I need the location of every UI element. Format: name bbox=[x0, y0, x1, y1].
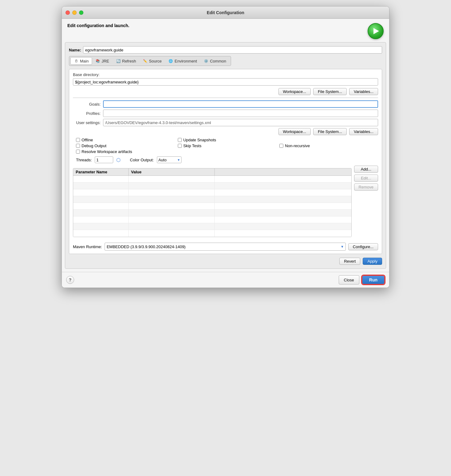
table-cell-name-7 bbox=[73, 223, 129, 230]
run-icon-button[interactable] bbox=[368, 23, 384, 39]
tab-refresh[interactable]: 🔄 Refresh bbox=[113, 57, 140, 65]
threads-row: Threads: ⬡ Color Output: Auto Off On ▼ bbox=[76, 156, 378, 163]
checkbox-update-snapshots-label: Update Snapshots bbox=[183, 138, 216, 142]
source-tab-icon: ✏️ bbox=[143, 58, 148, 63]
tab-refresh-label: Refresh bbox=[122, 59, 136, 63]
base-directory-input[interactable] bbox=[73, 78, 378, 86]
apply-button[interactable]: Apply bbox=[363, 258, 382, 265]
name-row: Name: bbox=[69, 46, 382, 54]
profiles-row: Profiles: bbox=[73, 110, 378, 117]
add-button[interactable]: Add... bbox=[354, 166, 378, 173]
variables-btn-2[interactable]: Variables... bbox=[349, 128, 378, 135]
tab-environment[interactable]: 🌐 Environment bbox=[165, 57, 200, 65]
content-area: Base directory: Workspace... File System… bbox=[69, 69, 382, 254]
maven-runtime-select-wrap: EMBEDDED (3.9.9/3.9.900.20240824-1409) ▼ bbox=[105, 243, 346, 251]
configure-button[interactable]: Configure... bbox=[348, 243, 378, 250]
checkbox-non-recursive-label: Non-recursive bbox=[285, 143, 310, 148]
tabs-row: 🗒 Main 📚 JRE 🔄 Refresh ✏️ Source 🌐 Envir… bbox=[69, 56, 231, 66]
close-button[interactable]: Close bbox=[339, 275, 359, 284]
table-row[interactable] bbox=[73, 189, 351, 196]
header-area: Edit configuration and launch. bbox=[62, 19, 389, 42]
help-button[interactable]: ? bbox=[66, 276, 74, 284]
table-header: Parameter Name Value bbox=[73, 168, 351, 176]
checkbox-update-snapshots-input[interactable] bbox=[178, 138, 182, 142]
table-row[interactable] bbox=[73, 203, 351, 210]
tab-source[interactable]: ✏️ Source bbox=[139, 57, 165, 65]
col-extra bbox=[215, 168, 351, 175]
checkbox-resolve-workspace: Resolve Workspace artifacts bbox=[76, 149, 175, 154]
checkbox-grid: Offline Update Snapshots Debug Output Sk… bbox=[76, 138, 378, 154]
checkbox-non-recursive: Non-recursive bbox=[279, 143, 378, 148]
maven-runtime-row: Maven Runtime: EMBEDDED (3.9.9/3.9.900.2… bbox=[73, 243, 378, 251]
checkbox-resolve-workspace-input[interactable] bbox=[76, 150, 80, 154]
run-button[interactable]: Run bbox=[362, 275, 385, 284]
user-settings-input[interactable] bbox=[103, 119, 378, 126]
table-cell-name-8 bbox=[73, 230, 129, 237]
maximize-window-btn[interactable] bbox=[79, 10, 83, 15]
footer: ? Close Run bbox=[62, 272, 389, 288]
threads-spinner-btn[interactable]: ⬡ bbox=[116, 157, 121, 163]
filesystem-btn-1[interactable]: File System... bbox=[313, 88, 347, 95]
table-row[interactable] bbox=[73, 176, 351, 183]
maven-runtime-select[interactable]: EMBEDDED (3.9.9/3.9.900.20240824-1409) bbox=[105, 243, 346, 251]
table-cell-value-7 bbox=[129, 223, 215, 230]
threads-input[interactable] bbox=[95, 156, 113, 163]
edit-configuration-window: Edit Configuration Edit configuration an… bbox=[62, 6, 389, 288]
checkbox-offline-input[interactable] bbox=[76, 138, 80, 142]
filesystem-btn-2[interactable]: File System... bbox=[313, 128, 347, 135]
user-settings-row: User settings: bbox=[73, 119, 378, 126]
table-row[interactable] bbox=[73, 196, 351, 203]
user-settings-label: User settings: bbox=[73, 120, 101, 125]
checkbox-offline: Offline bbox=[76, 138, 175, 142]
tab-jre[interactable]: 📚 JRE bbox=[92, 57, 113, 65]
table-row[interactable] bbox=[73, 230, 351, 237]
tab-common[interactable]: ⚙️ Common bbox=[200, 57, 229, 65]
divider-1 bbox=[73, 98, 378, 98]
parameter-table: Parameter Name Value bbox=[73, 168, 352, 237]
tab-main[interactable]: 🗒 Main bbox=[70, 57, 92, 65]
table-cell-value-8 bbox=[129, 230, 215, 237]
header-text: Edit configuration and launch. bbox=[67, 23, 129, 28]
table-cell-value-2 bbox=[129, 189, 215, 196]
workspace-btn-1[interactable]: Workspace... bbox=[278, 88, 311, 95]
table-row[interactable] bbox=[73, 183, 351, 189]
profiles-input[interactable] bbox=[103, 110, 378, 117]
checkbox-debug-output: Debug Output bbox=[76, 143, 175, 148]
close-window-btn[interactable] bbox=[66, 10, 70, 15]
color-output-select[interactable]: Auto Off On bbox=[157, 156, 182, 163]
checkbox-skip-tests-input[interactable] bbox=[178, 144, 182, 148]
base-directory-row: Base directory: bbox=[73, 72, 378, 86]
checkbox-debug-output-label: Debug Output bbox=[82, 143, 106, 148]
goals-input[interactable] bbox=[103, 100, 378, 108]
table-cell-value-5 bbox=[129, 210, 215, 216]
remove-button[interactable]: Remove bbox=[354, 184, 378, 191]
workspace-btn-2[interactable]: Workspace... bbox=[278, 128, 311, 135]
revert-button[interactable]: Revert bbox=[339, 258, 360, 265]
profiles-label: Profiles: bbox=[73, 111, 101, 116]
name-input[interactable] bbox=[83, 46, 382, 54]
checkbox-resolve-workspace-label: Resolve Workspace artifacts bbox=[82, 149, 132, 154]
col-value: Value bbox=[129, 168, 215, 175]
table-row[interactable] bbox=[73, 223, 351, 230]
table-cell-value-3 bbox=[129, 196, 215, 203]
checkbox-offline-label: Offline bbox=[82, 138, 93, 142]
table-cell-extra-6 bbox=[215, 216, 351, 223]
table-row[interactable] bbox=[73, 216, 351, 223]
variables-btn-1[interactable]: Variables... bbox=[349, 88, 378, 95]
checkbox-non-recursive-input[interactable] bbox=[279, 144, 283, 148]
table-cell-name-1 bbox=[73, 183, 129, 189]
tab-environment-label: Environment bbox=[174, 59, 197, 63]
table-row[interactable] bbox=[73, 210, 351, 216]
minimize-window-btn[interactable] bbox=[72, 10, 77, 15]
checkbox-debug-output-input[interactable] bbox=[76, 144, 80, 148]
table-cell-extra-3 bbox=[215, 196, 351, 203]
edit-button[interactable]: Edit... bbox=[354, 175, 378, 182]
maven-runtime-label: Maven Runtime: bbox=[73, 244, 102, 249]
jre-tab-icon: 📚 bbox=[95, 58, 100, 63]
table-cell-name-6 bbox=[73, 216, 129, 223]
tab-common-label: Common bbox=[210, 59, 226, 63]
checkbox-placeholder-1 bbox=[279, 138, 378, 142]
main-tab-icon: 🗒 bbox=[74, 58, 79, 63]
table-cell-name-2 bbox=[73, 189, 129, 196]
color-output-label: Color Output: bbox=[130, 158, 154, 162]
